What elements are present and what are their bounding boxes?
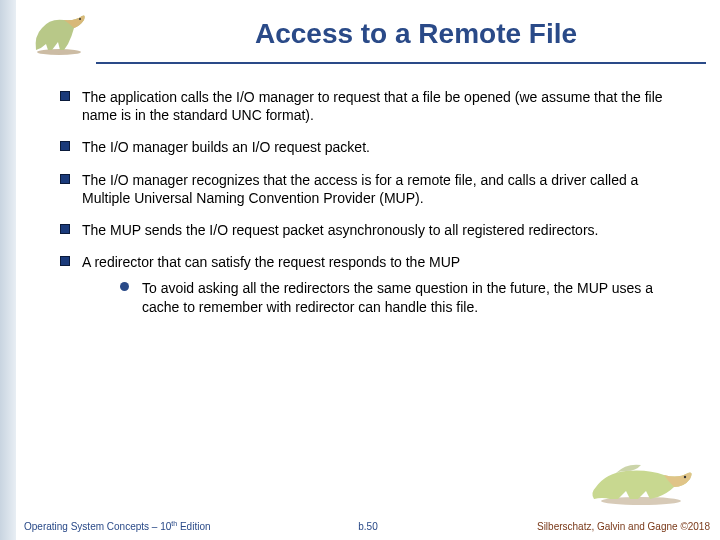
svg-point-3 [684,476,686,478]
dinosaur-right-icon [586,451,696,510]
bullet-text: A redirector that can satisfy the reques… [82,254,460,270]
sub-bullet-item: To avoid asking all the redirectors the … [120,279,680,315]
bullet-item: The I/O manager recognizes that the acce… [60,171,680,207]
sub-bullet-text: To avoid asking all the redirectors the … [142,280,653,314]
square-bullet-icon [60,224,70,234]
square-bullet-icon [60,174,70,184]
slide-title: Access to a Remote File [136,18,696,50]
svg-point-1 [79,18,81,20]
bullet-text: The I/O manager recognizes that the acce… [82,172,638,206]
bullet-text: The MUP sends the I/O request packet asy… [82,222,598,238]
bullet-text: The I/O manager builds an I/O request pa… [82,139,370,155]
slide-body: The application calls the I/O manager to… [60,88,680,316]
square-bullet-icon [60,256,70,266]
bullet-item: The I/O manager builds an I/O request pa… [60,138,680,156]
dinosaur-left-icon [24,6,94,60]
title-underline [96,62,706,64]
footer-copyright: Silberschatz, Galvin and Gagne ©2018 [537,521,710,532]
circle-bullet-icon [120,282,129,291]
slide-footer: Operating System Concepts – 10th Edition… [16,508,720,540]
left-accent-bar [0,0,16,540]
bullet-item: The MUP sends the I/O request packet asy… [60,221,680,239]
slide-header: Access to a Remote File [16,0,720,76]
square-bullet-icon [60,91,70,101]
svg-point-0 [37,49,81,55]
square-bullet-icon [60,141,70,151]
bullet-item: The application calls the I/O manager to… [60,88,680,124]
bullet-text: The application calls the I/O manager to… [82,89,663,123]
bullet-item: A redirector that can satisfy the reques… [60,253,680,271]
